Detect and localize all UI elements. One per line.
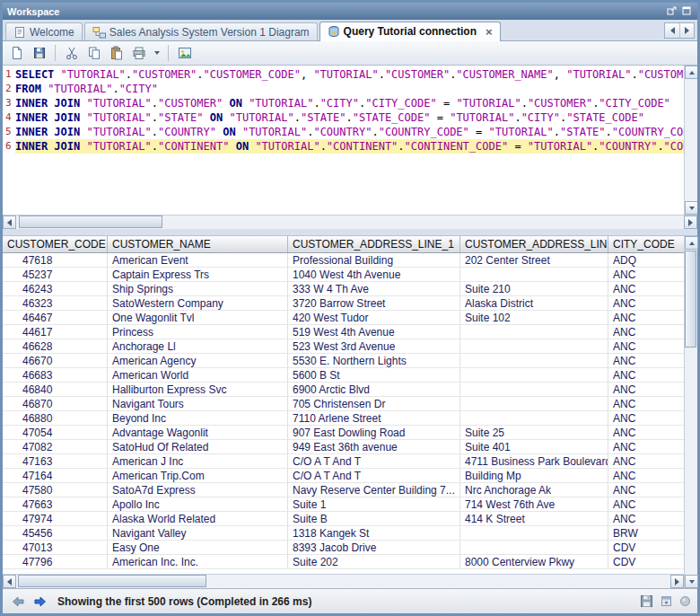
table-row[interactable]: 47013Easy One8393 Jacob DriveCDV <box>3 541 684 555</box>
table-cell: Nrc Anchorage Ak <box>460 483 608 497</box>
forward-button[interactable] <box>31 593 49 611</box>
paste-button[interactable] <box>106 43 127 63</box>
table-cell <box>460 411 608 425</box>
table-cell: 44617 <box>3 325 108 339</box>
status-right-icons <box>640 594 691 608</box>
table-row[interactable]: 44617Princess519 West 4th AvenueANC <box>3 325 684 339</box>
editor-vscrollbar[interactable] <box>684 66 697 215</box>
grid-vscrollbar[interactable] <box>684 236 697 588</box>
table-row[interactable]: 45456Navigant Valley1318 Kangek StBRW <box>3 526 684 541</box>
cut-button[interactable] <box>61 43 82 63</box>
grid-hscrollbar[interactable] <box>3 574 684 588</box>
scrollbar-track[interactable] <box>685 79 697 201</box>
table-row[interactable]: 47082SatoHud Of Related949 East 36th ave… <box>3 440 684 454</box>
scroll-tabs-right-button[interactable] <box>679 23 694 38</box>
table-cell: ANC <box>608 512 684 525</box>
scroll-left-button[interactable] <box>3 575 16 588</box>
table-cell: 47580 <box>3 483 108 497</box>
table-row[interactable]: 46870Navigant Tours705 Christensen DrANC <box>3 397 684 411</box>
table-cell: ANC <box>608 383 684 396</box>
scroll-left-button[interactable] <box>3 216 16 229</box>
table-row[interactable]: 46467One Wagonlit Tvl420 West TudorSuite… <box>3 311 684 325</box>
export-image-icon <box>178 46 192 60</box>
table-row[interactable]: 46323SatoWestern Company3720 Barrow Stre… <box>3 296 684 311</box>
sql-editor[interactable]: 123456 SELECT "TUTORIAL"."CUSTOMER"."CUS… <box>3 66 697 215</box>
float-window-icon[interactable] <box>666 5 678 17</box>
pin-icon[interactable] <box>661 595 672 607</box>
table-cell: 46840 <box>3 383 108 396</box>
table-row[interactable]: 47663Apollo IncSuite 1714 West 76th AveA… <box>3 497 684 512</box>
scrollbar-track[interactable] <box>16 575 670 588</box>
print-dropdown-button[interactable] <box>151 43 162 63</box>
table-cell: 333 W 4 Th Ave <box>288 282 460 295</box>
code-line: FROM "TUTORIAL"."CITY" <box>15 82 684 96</box>
scroll-up-button[interactable] <box>685 66 697 79</box>
scrollbar-track[interactable] <box>16 216 684 229</box>
table-cell: ANC <box>608 311 684 324</box>
table-cell: ANC <box>608 411 684 425</box>
table-cell: ANC <box>608 354 684 367</box>
scrollbar-thumb[interactable] <box>685 251 696 348</box>
table-cell: ANC <box>608 497 684 511</box>
save-results-icon[interactable] <box>640 594 653 608</box>
table-cell <box>460 354 608 367</box>
status-ball-icon[interactable] <box>679 595 691 607</box>
table-row[interactable]: 47163American J IncC/O A T And T4711 Bus… <box>3 454 684 469</box>
scroll-right-button[interactable] <box>670 575 684 588</box>
export-image-button[interactable] <box>174 43 195 63</box>
table-row[interactable]: 45237Captain Express Trs1040 West 4th Av… <box>3 268 684 282</box>
table-row[interactable]: 46670American Agency5530 E. Northern Lig… <box>3 354 684 368</box>
editor-lines[interactable]: SELECT "TUTORIAL"."CUSTOMER"."CUSTOMER_C… <box>15 66 684 215</box>
tab-query-tutorial-connection[interactable]: Query Tutorial connection × <box>319 22 501 41</box>
column-header[interactable]: CUSTOMER_ADDRESS_LINE_1 <box>288 236 460 252</box>
copy-button[interactable] <box>83 43 104 63</box>
table-row[interactable]: 46683American World5600 B StANC <box>3 368 684 383</box>
scroll-down-button[interactable] <box>685 575 698 588</box>
scroll-tabs-left-button[interactable] <box>665 23 679 38</box>
table-cell: 8393 Jacob Drive <box>288 541 460 554</box>
grid-body[interactable]: 47618American EventProfessional Building… <box>3 253 684 574</box>
save-button[interactable] <box>29 43 49 63</box>
tab-label: Sales Analysis System Version 1 Diagram <box>109 26 310 39</box>
table-row[interactable]: 47796American Inc. Inc.Suite 2028000 Cen… <box>3 555 684 569</box>
table-row[interactable]: 47164American Trip.ComC/O A T And TBuild… <box>3 469 684 483</box>
scroll-left-icon <box>7 578 12 585</box>
back-button[interactable] <box>9 593 27 611</box>
table-cell: SatoHud Of Related <box>108 440 288 453</box>
table-row[interactable]: 47974Alaska World RelatedSuite B414 K St… <box>3 512 684 526</box>
column-header[interactable]: CUSTOMER_ADDRESS_LINE_2 <box>460 236 608 252</box>
column-header[interactable]: CITY_CODE <box>608 236 684 252</box>
table-row[interactable]: 47580SatoA7d ExpressNavy Reserve Center … <box>3 483 684 497</box>
table-cell: 8000 Centerview Pkwy <box>460 555 608 568</box>
scrollbar-thumb[interactable] <box>19 216 162 228</box>
editor-hscrollbar[interactable] <box>3 215 697 229</box>
new-file-button[interactable] <box>6 43 27 63</box>
table-cell: 7110 Arlene Street <box>288 411 460 425</box>
table-cell: C/O A T And T <box>288 454 460 468</box>
column-header[interactable]: CUSTOMER_NAME <box>108 236 288 252</box>
scrollbar-track[interactable] <box>685 250 697 575</box>
table-cell: 45456 <box>3 526 108 540</box>
table-cell: 47082 <box>3 440 108 453</box>
toolbar-separator <box>168 45 169 61</box>
print-button[interactable] <box>128 43 149 63</box>
table-cell: 47164 <box>3 469 108 482</box>
table-cell: Suite 102 <box>460 311 608 324</box>
scrollbar-thumb[interactable] <box>18 575 206 587</box>
table-row[interactable]: 46880Beyond Inc7110 Arlene StreetANC <box>3 411 684 426</box>
table-row[interactable]: 47054Advantage Wagonlit907 East Dowling … <box>3 426 684 440</box>
tab-sales-analysis-diagram[interactable]: Sales Analysis System Version 1 Diagram <box>84 22 318 40</box>
scroll-down-button[interactable] <box>685 201 697 215</box>
table-row[interactable]: 46840Halliburton Express Svc6900 Arctic … <box>3 383 684 397</box>
table-row[interactable]: 46243Ship Springs333 W 4 Th AveSuite 210… <box>3 282 684 296</box>
close-tab-icon[interactable]: × <box>486 26 493 38</box>
table-row[interactable]: 47618American EventProfessional Building… <box>3 253 684 268</box>
scroll-right-button[interactable] <box>684 216 697 229</box>
er-diagram-icon <box>92 26 106 39</box>
column-header[interactable]: CUSTOMER_CODE <box>3 236 108 252</box>
scroll-up-button[interactable] <box>685 236 698 250</box>
splitter-handle[interactable] <box>3 229 697 236</box>
table-row[interactable]: 46628Anchorage Ll523 West 3rd AvenueANC <box>3 339 684 354</box>
maximize-icon[interactable] <box>681 5 693 17</box>
tab-welcome[interactable]: Welcome <box>5 22 83 40</box>
